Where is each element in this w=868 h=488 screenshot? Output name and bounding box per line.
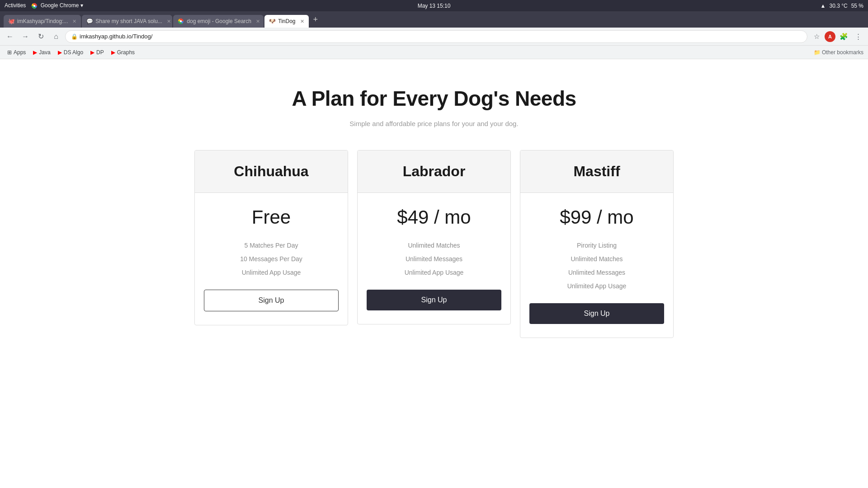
other-bookmarks[interactable]: 📁 Other bookmarks bbox=[814, 49, 863, 56]
tab-1-close[interactable]: ✕ bbox=[72, 19, 76, 24]
chrome-window: 🐙 imKashyap/Tindog:... ✕ 💬 Share my shor… bbox=[0, 11, 868, 59]
plan-features-labrador: Unlimited Matches Unlimited Messages Unl… bbox=[367, 242, 501, 276]
os-bar: Activities Google Chrome ▾ May 13 15:10 … bbox=[0, 0, 868, 11]
bookmark-dp[interactable]: ▶ DP bbox=[88, 48, 107, 56]
pricing-subheading: Simple and affordable price plans for yo… bbox=[163, 120, 705, 127]
page-content: A Plan for Every Dog's Needs Simple and … bbox=[0, 59, 868, 488]
feature-labrador-3: Unlimited App Usage bbox=[367, 269, 501, 276]
feature-mastiff-2: Unlimited Matches bbox=[529, 255, 664, 263]
yt-icon-graphs: ▶ bbox=[111, 49, 115, 56]
bookmarks-bar: ⊞ Apps ▶ Java ▶ DS Algo ▶ DP ▶ Graphs 📁 … bbox=[0, 46, 868, 59]
plan-name-labrador: Labrador bbox=[403, 163, 466, 179]
svg-point-1 bbox=[33, 5, 36, 7]
bookmark-apps-label: Apps bbox=[14, 49, 26, 56]
plan-body-labrador: $49 / mo Unlimited Matches Unlimited Mes… bbox=[358, 193, 510, 324]
yt-icon-dsalgo: ▶ bbox=[58, 49, 62, 56]
feature-labrador-1: Unlimited Matches bbox=[367, 242, 501, 249]
tab-1-label: imKashyap/Tindog:... bbox=[17, 18, 68, 24]
plan-header-chihuahua: Chihuahua bbox=[195, 150, 348, 193]
plan-name-chihuahua: Chihuahua bbox=[234, 163, 308, 179]
os-datetime: May 13 15:10 bbox=[418, 3, 451, 9]
toolbar-icons: ☆ A 🧩 ⋮ bbox=[810, 30, 864, 43]
plan-card-labrador: Labrador $49 / mo Unlimited Matches Unli… bbox=[357, 150, 511, 324]
profile-avatar[interactable]: A bbox=[825, 31, 835, 42]
feature-mastiff-4: Unlimited App Usage bbox=[529, 282, 664, 290]
tab-2-label: Share my short JAVA solu... bbox=[95, 18, 162, 24]
wifi-icon: ▲ bbox=[821, 3, 826, 9]
bookmark-java[interactable]: ▶ Java bbox=[30, 48, 53, 56]
tab-1-favicon: 🐙 bbox=[8, 18, 14, 24]
home-button[interactable]: ⌂ bbox=[50, 30, 62, 43]
tab-3-close[interactable]: ✕ bbox=[256, 19, 260, 24]
plan-price-labrador: $49 / mo bbox=[367, 206, 501, 228]
tab-4-label: TinDog bbox=[278, 18, 295, 24]
plan-name-mastiff: Mastiff bbox=[573, 163, 620, 179]
pricing-cards: Chihuahua Free 5 Matches Per Day 10 Mess… bbox=[163, 150, 705, 338]
new-tab-button[interactable]: + bbox=[310, 15, 322, 24]
feature-mastiff-3: Unlimited Messages bbox=[529, 269, 664, 276]
address-input[interactable]: 🔒 imkashyap.github.io/Tindog/ bbox=[65, 30, 807, 43]
yt-icon-java: ▶ bbox=[33, 49, 37, 56]
tab-2[interactable]: 💬 Share my short JAVA solu... ✕ bbox=[82, 15, 172, 28]
tab-bar: 🐙 imKashyap/Tindog:... ✕ 💬 Share my shor… bbox=[0, 11, 868, 28]
bookmark-apps[interactable]: ⊞ Apps bbox=[5, 48, 28, 56]
signup-labrador[interactable]: Sign Up bbox=[367, 290, 501, 310]
os-bar-left: Activities Google Chrome ▾ bbox=[5, 2, 83, 9]
tab-4[interactable]: 🐶 TinDog ✕ bbox=[264, 15, 308, 28]
forward-button[interactable]: → bbox=[19, 30, 32, 43]
tab-3[interactable]: dog emoji - Google Search ✕ bbox=[173, 15, 264, 28]
yt-icon-dp: ▶ bbox=[90, 49, 94, 56]
star-button[interactable]: ☆ bbox=[810, 30, 823, 43]
bookmark-graphs[interactable]: ▶ Graphs bbox=[108, 48, 137, 56]
tab-2-favicon: 💬 bbox=[86, 18, 93, 24]
pricing-heading: A Plan for Every Dog's Needs bbox=[163, 86, 705, 111]
apps-favicon: ⊞ bbox=[7, 49, 12, 56]
bookmark-graphs-label: Graphs bbox=[117, 49, 135, 56]
plan-price-mastiff: $99 / mo bbox=[529, 206, 664, 228]
bookmark-dsalgo[interactable]: ▶ DS Algo bbox=[55, 48, 86, 56]
plan-header-labrador: Labrador bbox=[358, 150, 510, 193]
url-text: imkashyap.github.io/Tindog/ bbox=[80, 33, 152, 40]
extensions-button[interactable]: 🧩 bbox=[837, 30, 850, 43]
tab-3-favicon bbox=[178, 18, 184, 24]
menu-button[interactable]: ⋮ bbox=[852, 30, 864, 43]
signup-mastiff[interactable]: Sign Up bbox=[529, 303, 664, 324]
back-button[interactable]: ← bbox=[4, 30, 16, 43]
tab-3-label: dog emoji - Google Search bbox=[187, 18, 251, 24]
plan-features-chihuahua: 5 Matches Per Day 10 Messages Per Day Un… bbox=[204, 242, 339, 276]
lock-icon: 🔒 bbox=[71, 33, 78, 40]
tab-2-close[interactable]: ✕ bbox=[167, 19, 171, 24]
feature-chihuahua-2: 10 Messages Per Day bbox=[204, 255, 339, 263]
feature-chihuahua-3: Unlimited App Usage bbox=[204, 269, 339, 276]
tab-4-close[interactable]: ✕ bbox=[300, 19, 304, 24]
plan-card-mastiff: Mastiff $99 / mo Pirority Listing Unlimi… bbox=[520, 150, 674, 338]
tab-1[interactable]: 🐙 imKashyap/Tindog:... ✕ bbox=[4, 15, 81, 28]
other-bookmarks-label: Other bookmarks bbox=[822, 49, 863, 56]
os-bar-right: ▲ 30.3 °C 55 % bbox=[821, 3, 863, 9]
temperature-label: 30.3 °C bbox=[829, 3, 847, 9]
bookmark-java-label: Java bbox=[39, 49, 50, 56]
svg-point-3 bbox=[180, 20, 182, 23]
pricing-section: A Plan for Every Dog's Needs Simple and … bbox=[163, 86, 705, 338]
reload-button[interactable]: ↻ bbox=[34, 30, 47, 43]
browser-label: Google Chrome ▾ bbox=[31, 2, 83, 9]
bookmark-dsalgo-label: DS Algo bbox=[64, 49, 83, 56]
activities-label[interactable]: Activities bbox=[5, 2, 26, 9]
battery-label: 55 % bbox=[851, 3, 863, 9]
plan-body-chihuahua: Free 5 Matches Per Day 10 Messages Per D… bbox=[195, 193, 348, 325]
bookmark-dp-label: DP bbox=[96, 49, 104, 56]
tab-4-favicon: 🐶 bbox=[269, 18, 275, 24]
signup-chihuahua[interactable]: Sign Up bbox=[204, 290, 339, 311]
plan-header-mastiff: Mastiff bbox=[520, 150, 673, 193]
folder-icon: 📁 bbox=[814, 49, 821, 56]
feature-chihuahua-1: 5 Matches Per Day bbox=[204, 242, 339, 249]
address-bar-row: ← → ↻ ⌂ 🔒 imkashyap.github.io/Tindog/ ☆ … bbox=[0, 28, 868, 46]
plan-price-chihuahua: Free bbox=[204, 206, 339, 228]
plan-body-mastiff: $99 / mo Pirority Listing Unlimited Matc… bbox=[520, 193, 673, 338]
feature-mastiff-1: Pirority Listing bbox=[529, 242, 664, 249]
plan-features-mastiff: Pirority Listing Unlimited Matches Unlim… bbox=[529, 242, 664, 290]
plan-card-chihuahua: Chihuahua Free 5 Matches Per Day 10 Mess… bbox=[194, 150, 348, 325]
feature-labrador-2: Unlimited Messages bbox=[367, 255, 501, 263]
